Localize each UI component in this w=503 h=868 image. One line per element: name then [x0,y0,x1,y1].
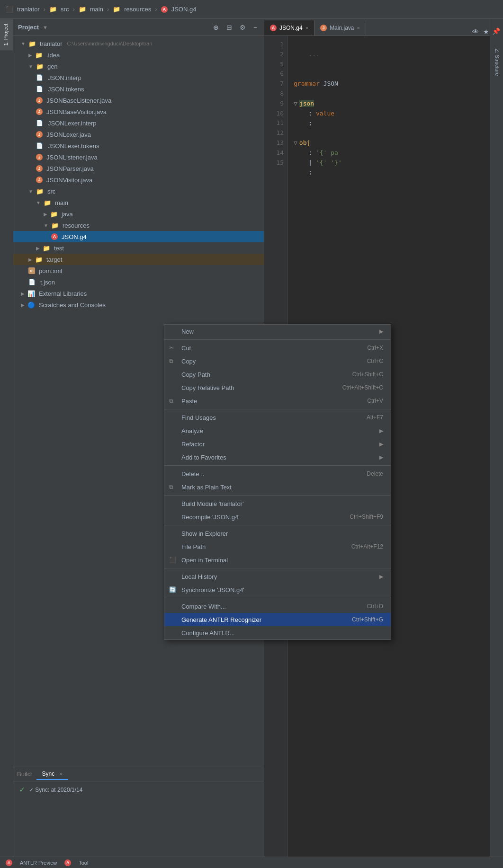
ctx-item-recompile[interactable]: Recompile 'JSON.g4' Ctrl+Shift+F9 [164,510,391,523]
tree-item-json-interp[interactable]: 📄 JSON.interp [13,72,264,83]
ctx-label-find-usages: Find Usages [181,414,216,421]
ctx-item-open-terminal[interactable]: ⬛ Open in Terminal [164,553,391,567]
tree-label-t-json: t.json [40,279,55,286]
tree-item-test[interactable]: ▶ 📁 test [13,242,264,254]
tree-item-json-g4[interactable]: A JSON.g4 [13,231,264,242]
tree-item-gen[interactable]: ▼ 📁 gen [13,61,264,72]
settings-button[interactable]: ⚙ [238,23,248,32]
tab-sync[interactable]: Sync × [36,769,68,780]
tab-close-json-g4[interactable]: × [305,25,308,31]
tab-label-main-java: Main.java [330,25,354,31]
tree-item-jsonlistener[interactable]: J JSONListener.java [13,151,264,163]
ctx-item-cut[interactable]: ✂ Cut Ctrl+X [164,341,391,354]
breadcrumb-main[interactable]: main [90,6,103,13]
tree-item-resources-folder[interactable]: ▼ 📁 resources [13,220,264,231]
tab-sync-close[interactable]: × [59,771,62,777]
tree-item-jsonbase-visitor[interactable]: J JSONBaseVisitor.java [13,106,264,117]
ctx-label-synchronize: Synchronize 'JSON.g4' [181,586,244,593]
code-line-14: ; [294,168,484,177]
ctx-item-configure-antlr[interactable]: Configure ANTLR... [164,626,391,639]
tree-item-pom-xml[interactable]: m pom.xml [13,265,264,276]
tree-item-src[interactable]: ▼ 📁 src [13,186,264,197]
right-tab-label-structure: Z: Structure [494,49,500,76]
sidebar-item-structure[interactable]: Z: Structure [490,44,503,80]
tree-item-external-libs[interactable]: ▶ 📊 External Libraries [13,288,264,299]
tree-item-target[interactable]: ▶ 📁 target [13,254,264,265]
collapse-button[interactable]: ⊟ [225,23,234,32]
tree-item-idea[interactable]: ▶ 📁 .idea [13,49,264,61]
eye-icon: 👁 [472,28,479,35]
project-icon: ⬛ [6,6,13,13]
tree-label-ext-libs: External Libraries [39,290,87,297]
ctx-sep-2 [164,409,391,409]
tree-item-main-folder[interactable]: ▼ 📁 main [13,197,264,208]
tree-label-jsonlistener: JSONListener.java [46,154,98,161]
build-label: Build: [17,771,33,778]
breadcrumb-sep-1: › [44,6,45,13]
arrow-resources: ▼ [44,223,48,228]
close-panel-button[interactable]: − [252,23,259,32]
ctx-item-delete[interactable]: Delete... Delete [164,467,391,480]
tree-item-json-tokens[interactable]: 📄 JSON.tokens [13,83,264,95]
line-num-14: 14 [264,148,284,158]
java-icon-jsonbase-visitor: J [36,108,43,115]
arrow-target: ▶ [28,257,32,262]
ctx-item-compare-with[interactable]: Compare With... Ctrl+D [164,600,391,613]
ctx-item-show-explorer[interactable]: Show in Explorer [164,527,391,540]
antlr-preview-label[interactable]: ANTLR Preview [20,860,57,866]
xml-icon-pom: m [28,267,35,274]
file-icon-json-tokens: 📄 [36,86,43,92]
ctx-item-add-favorites[interactable]: Add to Favorites ▶ [164,451,391,464]
ctx-item-generate-antlr[interactable]: Generate ANTLR Recognizer Ctrl+Shift+G [164,613,391,626]
ctx-item-new[interactable]: New ▶ [164,325,391,338]
tab-close-main-java[interactable]: × [357,25,359,31]
tree-label-json-tokens: JSON.tokens [48,86,84,93]
panel-actions: ⊕ ⊟ ⚙ − [211,23,259,32]
tree-item-scratches[interactable]: ▶ 🔵 Scratches and Consoles [13,299,264,310]
ctx-item-copy-path[interactable]: Copy Path Ctrl+Shift+C [164,368,391,381]
code-line-9: ; [294,118,484,128]
tree-item-jsonlexer-interp[interactable]: 📄 JSONLexer.interp [13,117,264,129]
ctx-item-copy[interactable]: ⧉ Copy Ctrl+C [164,354,391,368]
tool-label[interactable]: Tool [79,860,88,866]
ctx-item-mark-plain[interactable]: ⧉ Mark as Plain Text [164,480,391,494]
arrow-gen: ▼ [28,64,33,69]
ctx-item-analyze[interactable]: Analyze ▶ [164,424,391,437]
tree-label-resources: resources [63,222,90,229]
tree-label-jsonbase-listener: JSONBaseListener.java [46,97,111,104]
breadcrumb-src[interactable]: src [61,6,69,13]
tree-item-t-json[interactable]: 📄 t.json [13,276,264,288]
tree-item-jsonbase-listener[interactable]: J JSONBaseListener.java [13,95,264,106]
ctx-item-copy-relative-path[interactable]: Copy Relative Path Ctrl+Alt+Shift+C [164,381,391,394]
ctx-item-refactor[interactable]: Refactor ▶ [164,437,391,451]
file-icon-jsonlexer-tokens: 📄 [36,142,43,149]
ctx-item-build-module[interactable]: Build Module 'tranlator' [164,497,391,510]
ctx-item-paste[interactable]: ⧉ Paste Ctrl+V [164,394,391,407]
sidebar-item-favorites[interactable]: 📌 ★ 👁 [490,19,503,40]
tree-item-jsonparser[interactable]: J JSONParser.java [13,163,264,174]
ctx-shortcut-copy: Ctrl+C [367,358,383,364]
locate-file-button[interactable]: ⊕ [211,23,221,32]
folder-icon-idea: 📁 [35,52,43,59]
breadcrumb-file[interactable]: JSON.g4 [171,6,197,13]
tree-item-jsonvisitor[interactable]: J JSONVisitor.java [13,174,264,186]
ctx-item-synchronize[interactable]: 🔄 Synchronize 'JSON.g4' [164,583,391,596]
java-icon-jsonbase-listener: J [36,97,43,104]
dropdown-arrow[interactable]: ▼ [43,25,48,30]
tab-main-java[interactable]: J Main.java × [314,20,366,35]
tree-item-java-folder[interactable]: ▶ 📁 java [13,208,264,220]
ctx-item-file-path[interactable]: File Path Ctrl+Alt+F12 [164,540,391,553]
tree-item-jsonlexer-java[interactable]: J JSONLexer.java [13,129,264,140]
tab-json-g4[interactable]: A JSON.g4 × [264,20,314,35]
tree-label-scratches: Scratches and Consoles [39,301,106,309]
sidebar-item-project[interactable]: 1: Project [0,19,13,50]
ctx-item-find-usages[interactable]: Find Usages Alt+F7 [164,411,391,424]
line-num-12: 12 [264,128,284,138]
ctx-item-local-history[interactable]: Local History ▶ [164,570,391,583]
tree-item-tranlator[interactable]: ▼ 📁 tranlator C:\Users\mrdrivingduck\Des… [13,38,264,49]
tree-label-pom-xml: pom.xml [39,267,62,275]
breadcrumb-tranlator[interactable]: tranlator [17,6,40,13]
breadcrumb-resources[interactable]: resources [124,6,151,13]
tree-item-jsonlexer-tokens[interactable]: 📄 JSONLexer.tokens [13,140,264,151]
ctx-shortcut-paste: Ctrl+V [367,398,383,404]
